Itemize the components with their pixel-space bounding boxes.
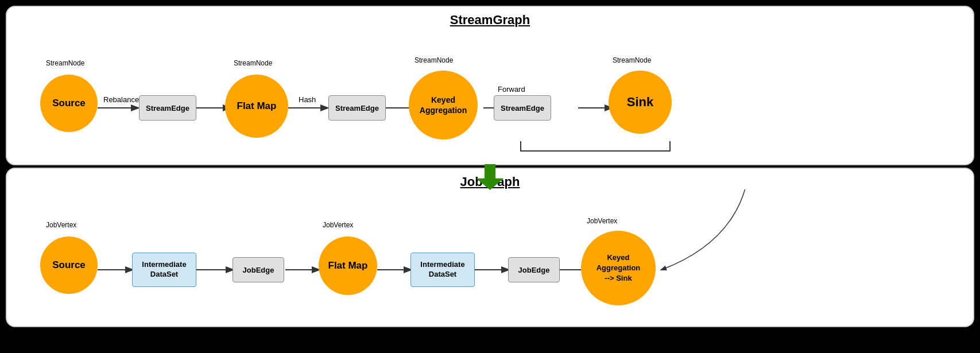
- keyed-aggregation-sink-job-node: KeyedAggregation--> Sink: [581, 231, 656, 305]
- sink-stream-node: Sink: [609, 71, 672, 134]
- top-arrows-svg: [7, 28, 973, 160]
- forward-label: Forward: [498, 85, 525, 94]
- stream-edge-1: StreamEdge: [139, 95, 196, 121]
- keyed-aggregation-stream-node: KeyedAggregation: [409, 71, 478, 139]
- flatmap-stream-node: Flat Map: [225, 75, 288, 138]
- job-edge-1: JobEdge: [233, 257, 284, 282]
- intermediate-dataset-1: IntermediateDataSet: [132, 253, 196, 287]
- stream-graph-panel: StreamGraph Strea: [6, 6, 974, 165]
- source-job-vertex-label: JobVertex: [46, 221, 76, 229]
- source-stream-node-label: StreamNode: [46, 59, 84, 67]
- stream-graph-title: StreamGraph: [7, 7, 973, 28]
- source-label: Source: [52, 98, 86, 109]
- rebalance-label: Rebalance: [103, 95, 139, 104]
- stream-edge-3: StreamEdge: [494, 95, 551, 121]
- sink-stream-node-label: StreamNode: [613, 56, 651, 64]
- intermediate-dataset-2: IntermediateDataSet: [410, 253, 475, 287]
- flatmap-job-vertex-label: JobVertex: [323, 221, 353, 229]
- stream-graph-diagram: StreamNode Source Rebalance StreamEdge S…: [7, 28, 973, 160]
- hash-label: Hash: [299, 95, 316, 104]
- keyed-agg-stream-node-label: StreamNode: [415, 56, 453, 64]
- keyed-agg-sink-job-vertex-label: JobVertex: [587, 217, 617, 225]
- source-job-node: Source: [40, 236, 98, 294]
- job-edge-2: JobEdge: [508, 257, 560, 282]
- flatmap-stream-node-label: StreamNode: [234, 59, 272, 67]
- flatmap-job-node: Flat Map: [319, 236, 377, 295]
- stream-edge-2: StreamEdge: [328, 95, 386, 121]
- source-stream-node: Source: [40, 75, 98, 132]
- job-graph-diagram: JobVertex Source IntermediateDataSet Job…: [7, 189, 973, 321]
- job-graph-panel: JobGraph JobVertex: [6, 168, 974, 327]
